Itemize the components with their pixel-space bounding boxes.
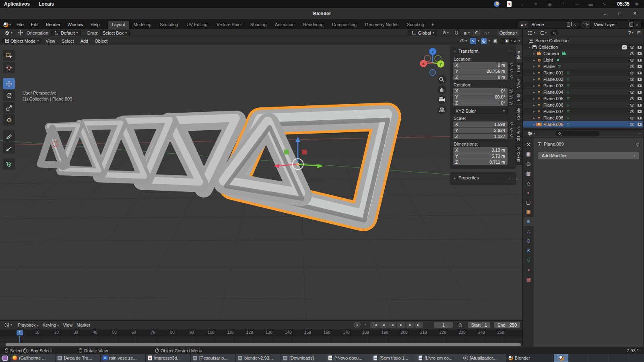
jump-to-end-button[interactable]: ▶▏ (415, 322, 423, 328)
disable-render-camera-icon[interactable] (638, 78, 642, 81)
properties-collapsed-panel[interactable]: ▸ Properties ∷∷ (450, 173, 516, 185)
properties-tab-modifiers[interactable]: ⚙ (523, 217, 534, 226)
panel-grip-icon[interactable]: ∷∷ (508, 49, 513, 53)
properties-tab-constraints[interactable]: ⊗ (523, 246, 534, 255)
select-box-tool-button[interactable] (3, 50, 15, 61)
editor-type-button[interactable]: ▾ (2, 30, 14, 36)
duplicate-scene-icon[interactable] (567, 23, 570, 27)
auto-keying-toggle[interactable]: ● (353, 322, 361, 328)
package-icon[interactable]: ▣ (546, 1, 553, 7)
object-visibility-dropdown[interactable]: ▾ (458, 38, 469, 44)
workspace-tab-geometry-nodes[interactable]: Geometry Nodes (361, 21, 402, 29)
outliner-row-plane-002[interactable]: ▸▼Plane.002▽ (523, 76, 643, 82)
disable-render-camera-icon[interactable] (638, 59, 642, 62)
outliner-item-label[interactable]: Plane.004 (543, 90, 564, 95)
lock-icon[interactable] (509, 71, 512, 73)
pivot-point-dropdown[interactable]: ⊚▾ (441, 30, 450, 36)
workspace-tab-sculpting[interactable]: Sculpting (156, 21, 182, 29)
previous-keyframe-button[interactable]: ◀▪ (379, 322, 388, 328)
mode-dropdown[interactable]: Object Mode▾ (2, 38, 41, 44)
disclosure-icon[interactable]: ▸ (532, 90, 536, 94)
scale-x-field[interactable]: X1.598 (453, 121, 508, 127)
properties-tab-output[interactable]: ⎙ (523, 159, 534, 168)
outliner-item-label[interactable]: Plane.007 (543, 109, 564, 114)
rotation-z-field[interactable]: Z0° (453, 100, 508, 106)
properties-tab-collection[interactable]: ▢ (523, 198, 534, 207)
sidebar-tab-view[interactable]: View (516, 76, 522, 91)
add-modifier-button[interactable]: Add Modifier ▾ (538, 152, 639, 159)
transform-orientation-dropdown[interactable]: Global▾ (409, 30, 437, 36)
outliner-item-label[interactable]: Plane.003 (543, 83, 564, 88)
3d-viewport[interactable]: Z X Y User Perspective (1) Collection | … (0, 45, 522, 320)
falloff-curve-dropdown[interactable]: ∩▾ (482, 30, 491, 36)
properties-tab-world[interactable]: ◐ (523, 188, 534, 197)
cursor-tool-button[interactable] (3, 62, 15, 73)
disclosure-icon[interactable]: ▸ (532, 97, 536, 101)
outliner-row-plane-008[interactable]: ▸▼Plane.008▽ (523, 115, 643, 121)
outliner-row-plane-009[interactable]: ▸▼Plane.009▽ (523, 121, 643, 128)
properties-tab-texture[interactable]: ▦ (523, 275, 534, 284)
shading-dropdown[interactable]: ▾ (518, 39, 520, 43)
outliner-row-camera[interactable]: ▸Camera (523, 50, 643, 57)
properties-tab-object-data[interactable]: ▽ (523, 256, 534, 265)
hide-viewport-eye-icon[interactable] (630, 117, 634, 119)
taskbar-item-4[interactable]: [Pesquisar p... (191, 354, 236, 362)
taskbar-item-8[interactable]: [Sem título 1... (371, 354, 416, 362)
playhead[interactable] (19, 336, 20, 343)
keying-set-dropdown[interactable]: ▾ (365, 323, 366, 327)
maximize-button[interactable]: □ (618, 11, 621, 16)
properties-tab-physics[interactable]: ⊙ (523, 237, 534, 245)
outliner-row-plane-005[interactable]: ▸▼Plane.005▽ (523, 95, 643, 102)
scene-selector[interactable]: ▲▾ Scene ✕ (518, 21, 579, 28)
frame-start-field[interactable]: Start1 (468, 322, 490, 328)
xray-toggle[interactable]: ▣ (491, 38, 498, 44)
menu-window[interactable]: Window (64, 21, 87, 28)
mesh-chain-links[interactable] (40, 118, 302, 199)
wifi-icon[interactable]: ≋ (533, 1, 539, 7)
use-preview-range-toggle[interactable]: ◷ (457, 322, 464, 328)
disclosure-icon[interactable]: ▸ (532, 110, 536, 113)
location-z-field[interactable]: Z0 m (453, 74, 508, 80)
lock-icon[interactable] (509, 103, 512, 105)
timeline-ruler[interactable]: 1 10203040506070809010011012013014015016… (0, 329, 522, 337)
proportional-editing-toggle[interactable]: ⊙ (473, 30, 481, 36)
sidebar-tab-3d-coat[interactable]: 3D-Coat (516, 144, 522, 165)
rendered-shading-button[interactable]: ◕ (514, 39, 516, 43)
scene-name[interactable]: Scene (528, 22, 567, 27)
hide-viewport-eye-icon[interactable] (630, 104, 634, 107)
playback-menu[interactable]: Playback ▾ (18, 323, 39, 327)
gizmo-dropdown[interactable]: ▾ (478, 39, 479, 43)
menu-edit[interactable]: Edit (28, 21, 42, 28)
disclosure-icon[interactable]: ▸ (532, 65, 536, 68)
battery-icon[interactable]: ▬ (587, 1, 594, 7)
annotate-tool-button[interactable] (3, 130, 15, 142)
wireframe-shading-button[interactable]: ◌ (501, 39, 504, 43)
sidebar-tab-tool[interactable]: Tool (516, 62, 522, 75)
panel-grip-icon[interactable]: ∷∷ (508, 176, 513, 180)
scene-icon[interactable]: ▲▾ (518, 21, 528, 28)
scale-tool-button[interactable] (3, 102, 15, 113)
hide-viewport-eye-icon[interactable] (630, 46, 634, 49)
disable-render-camera-icon[interactable] (638, 97, 642, 100)
outliner-item-label[interactable]: Camera (543, 51, 559, 56)
filter-dropdown[interactable]: ∇▾ (627, 30, 635, 36)
outliner-editor-type-button[interactable]: ▾ (526, 30, 537, 36)
taskbar-item-6[interactable]: [Downloads] (281, 354, 326, 362)
options-dropdown[interactable]: Options▾ (497, 30, 519, 36)
material-preview-button[interactable]: ◔ (510, 39, 512, 43)
hide-viewport-eye-icon[interactable] (630, 59, 634, 62)
outliner-item-label[interactable]: Plane.005 (543, 96, 564, 101)
disable-render-camera-icon[interactable] (638, 104, 642, 107)
breadcrumb-object-name[interactable]: Plane.009 (544, 142, 564, 146)
transform-tool-button[interactable] (3, 114, 15, 125)
taskbar-item-10[interactable]: A[Atualizador... (461, 354, 506, 362)
jump-to-start-button[interactable]: ▏◀ (370, 322, 379, 328)
outliner-search-input[interactable] (550, 30, 558, 36)
disable-render-camera-icon[interactable] (638, 52, 642, 55)
taskbar-item-1[interactable]: [Área de Tra... (56, 354, 101, 362)
disclosure-icon[interactable]: ▸ (532, 84, 536, 88)
outliner-item-label[interactable]: Plane (543, 64, 555, 69)
properties-tab-object[interactable]: ▣ (523, 208, 534, 216)
outliner-item-label[interactable]: Light (543, 58, 553, 62)
dimensions-z-field[interactable]: Z0.711 m (453, 159, 508, 165)
